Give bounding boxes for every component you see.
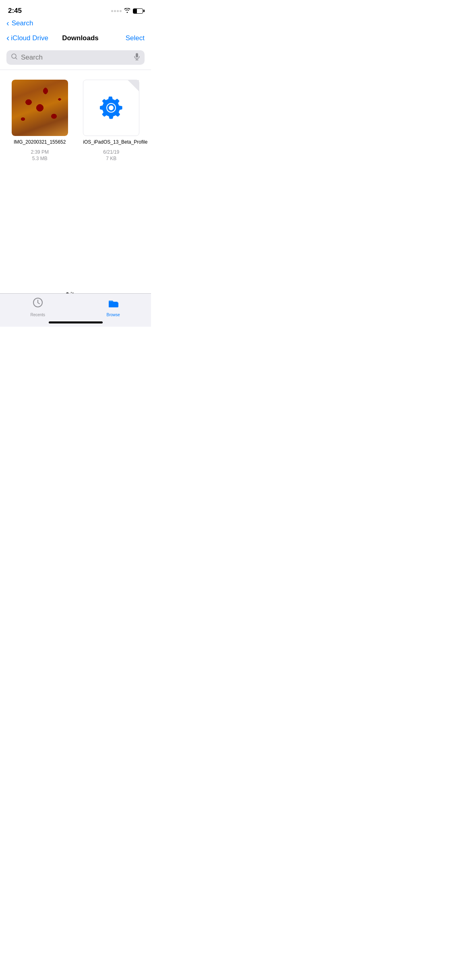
microphone-icon[interactable] <box>134 53 140 62</box>
tab-browse[interactable]: Browse <box>76 297 151 317</box>
wifi-icon <box>124 8 130 14</box>
doc-corner-fold <box>128 80 139 91</box>
image-preview <box>12 80 68 136</box>
search-input[interactable] <box>21 54 131 62</box>
icloud-drive-label: iCloud Drive <box>11 34 48 42</box>
file-item-image[interactable]: IMG_20200321_155652 2:39 PM 5.3 MB <box>8 80 72 162</box>
back-nav: ‹ Search <box>0 18 151 29</box>
recents-label: Recents <box>30 313 45 317</box>
status-icons <box>111 8 143 14</box>
recents-icon <box>32 297 43 311</box>
back-chevron-icon: ‹ <box>6 33 9 43</box>
select-button[interactable]: Select <box>112 34 145 42</box>
search-bar[interactable] <box>6 50 145 65</box>
back-chevron-icon: ‹ <box>6 19 9 28</box>
status-bar: 2:45 <box>0 0 151 18</box>
search-container <box>0 47 151 68</box>
back-search-label: Search <box>12 19 33 27</box>
file-name: IMG_20200321_155652 <box>14 139 66 146</box>
file-grid: IMG_20200321_155652 2:39 PM 5.3 MB iOS_i… <box>0 72 151 170</box>
gear-icon <box>99 96 123 120</box>
icloud-drive-back-button[interactable]: ‹ iCloud Drive <box>6 33 48 43</box>
home-indicator <box>49 321 103 323</box>
browse-icon <box>108 297 119 311</box>
file-meta: 6/21/19 7 KB <box>103 149 119 163</box>
navigation-bar: ‹ iCloud Drive Downloads Select <box>0 29 151 47</box>
back-search-link[interactable]: ‹ Search <box>6 19 145 28</box>
battery-icon <box>133 8 143 14</box>
page-title: Downloads <box>48 34 112 42</box>
file-meta: 2:39 PM 5.3 MB <box>31 149 49 163</box>
signal-icon <box>111 10 122 12</box>
file-item-document[interactable]: iOS_iPadOS_13_Beta_Profile 6/21/19 7 KB <box>80 80 143 162</box>
search-icon <box>11 54 18 62</box>
file-thumbnail <box>12 80 68 136</box>
file-name: iOS_iPadOS_13_Beta_Profile <box>83 139 139 146</box>
file-doc-icon <box>83 80 139 136</box>
status-time: 2:45 <box>8 7 22 15</box>
browse-label: Browse <box>107 313 120 317</box>
divider <box>0 70 151 70</box>
tab-recents[interactable]: Recents <box>0 297 76 317</box>
svg-rect-1 <box>136 53 138 58</box>
